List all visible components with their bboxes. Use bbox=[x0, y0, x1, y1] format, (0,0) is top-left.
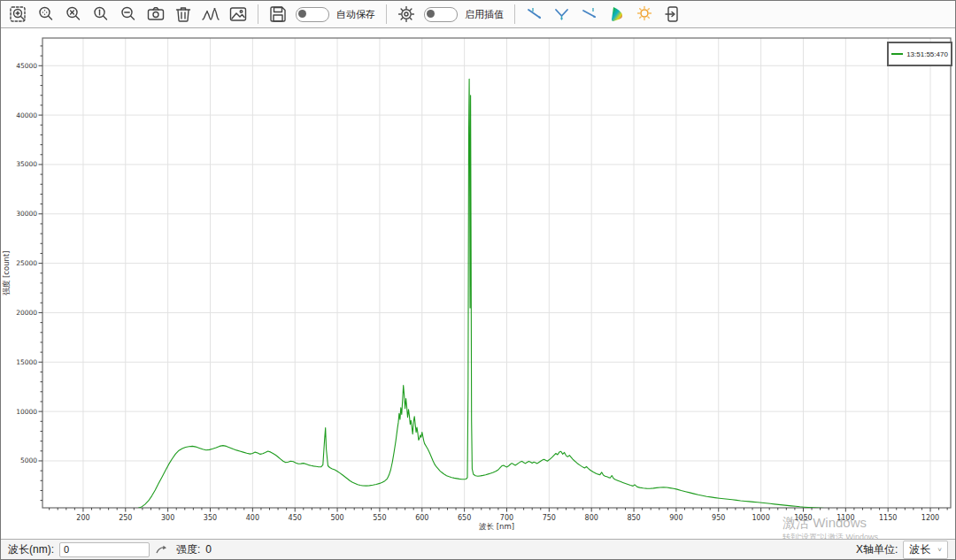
svg-text:20000: 20000 bbox=[16, 309, 37, 317]
baseline-icon bbox=[580, 4, 599, 24]
wavelength-input[interactable] bbox=[59, 542, 150, 557]
intensity-label: 强度: bbox=[176, 542, 200, 557]
legend: 13:51:55:470 bbox=[887, 42, 952, 66]
svg-text:900: 900 bbox=[669, 514, 682, 522]
status-bar: 波长(nm): 强度: 0 X轴单位: 波长 ˅ bbox=[1, 539, 955, 559]
svg-text:300: 300 bbox=[161, 514, 174, 522]
goto-arrow-icon[interactable] bbox=[155, 543, 169, 556]
clear-button[interactable] bbox=[171, 3, 196, 26]
legend-series-swatch bbox=[891, 53, 903, 55]
peaks-icon bbox=[201, 4, 220, 24]
zoom-out-button[interactable] bbox=[116, 3, 141, 26]
trash-icon bbox=[173, 4, 193, 24]
xunit-dropdown[interactable]: 波长 ˅ bbox=[903, 541, 948, 559]
zoom-reset-button[interactable] bbox=[61, 3, 86, 26]
svg-text:800: 800 bbox=[585, 514, 598, 522]
toggle-knob bbox=[298, 10, 306, 18]
autosave-label: 自动保存 bbox=[336, 8, 375, 21]
svg-text:25000: 25000 bbox=[16, 259, 37, 267]
peaks-button[interactable] bbox=[198, 3, 223, 26]
svg-text:600: 600 bbox=[415, 514, 428, 522]
svg-text:5000: 5000 bbox=[20, 456, 37, 464]
exit-button[interactable] bbox=[659, 3, 684, 26]
svg-text:500: 500 bbox=[330, 514, 343, 522]
toolbar-separator bbox=[514, 4, 515, 24]
zoom-reset-icon bbox=[64, 4, 83, 24]
legend-series-label: 13:51:55:470 bbox=[906, 50, 948, 58]
svg-text:1150: 1150 bbox=[879, 514, 897, 522]
autosave-toggle[interactable] bbox=[296, 7, 329, 22]
svg-text:1000: 1000 bbox=[752, 514, 769, 522]
image-icon bbox=[228, 4, 248, 24]
toolbar-separator bbox=[386, 4, 387, 24]
camera-icon bbox=[146, 4, 166, 24]
svg-text:400: 400 bbox=[246, 514, 259, 522]
zoom-vertical-button[interactable] bbox=[89, 3, 113, 26]
pan-button[interactable] bbox=[34, 3, 58, 26]
exit-icon bbox=[662, 4, 682, 24]
toggle-knob bbox=[427, 10, 435, 18]
zoom-vertical-icon bbox=[91, 4, 111, 24]
cie-chromaticity-icon bbox=[607, 4, 627, 24]
svg-text:45000: 45000 bbox=[16, 62, 37, 70]
interpolation-toggle[interactable] bbox=[424, 7, 458, 22]
svg-text:40000: 40000 bbox=[16, 111, 37, 119]
svg-text:1050: 1050 bbox=[794, 514, 812, 522]
export-image-button[interactable] bbox=[226, 3, 251, 26]
cie-chromaticity-button[interactable] bbox=[605, 3, 629, 26]
svg-text:450: 450 bbox=[289, 514, 302, 522]
baseline-button[interactable] bbox=[577, 3, 602, 26]
svg-text:强度 [count]: 强度 [count] bbox=[2, 250, 11, 295]
toolbar: 自动保存 启用插值 bbox=[1, 1, 955, 28]
zoom-select-button[interactable] bbox=[6, 3, 31, 26]
svg-text:700: 700 bbox=[500, 514, 513, 522]
svg-text:1200: 1200 bbox=[921, 514, 939, 522]
subtract-dark-icon bbox=[525, 4, 544, 24]
svg-text:250: 250 bbox=[119, 514, 132, 522]
svg-text:550: 550 bbox=[373, 514, 386, 522]
svg-text:350: 350 bbox=[204, 514, 217, 522]
zoom-out-icon bbox=[119, 4, 138, 24]
svg-text:850: 850 bbox=[627, 514, 640, 522]
reference-spectrum-icon bbox=[552, 4, 572, 24]
reference-spectrum-button[interactable] bbox=[550, 3, 574, 26]
settings-button[interactable] bbox=[394, 3, 419, 26]
svg-text:1100: 1100 bbox=[836, 514, 854, 522]
spectrometer-window: 自动保存 启用插值 bbox=[0, 0, 956, 560]
spectrum-chart[interactable]: 2002503003504004505005506006507007508008… bbox=[1, 1, 956, 560]
chevron-down-icon: ˅ bbox=[937, 546, 942, 554]
svg-text:35000: 35000 bbox=[16, 160, 37, 168]
save-button[interactable] bbox=[266, 3, 290, 26]
svg-text:10000: 10000 bbox=[16, 408, 37, 416]
save-icon bbox=[268, 4, 288, 24]
svg-text:30000: 30000 bbox=[16, 210, 37, 218]
svg-text:波长 [nm]: 波长 [nm] bbox=[479, 522, 514, 531]
svg-text:950: 950 bbox=[712, 514, 725, 522]
camera-button[interactable] bbox=[143, 3, 168, 26]
wavelength-label: 波长(nm): bbox=[8, 542, 54, 557]
svg-text:15000: 15000 bbox=[16, 358, 37, 366]
svg-text:650: 650 bbox=[458, 514, 471, 522]
gear-icon bbox=[397, 4, 416, 24]
interpolation-label: 启用插值 bbox=[465, 8, 504, 21]
subtract-dark-button[interactable] bbox=[522, 3, 547, 26]
light-source-icon bbox=[635, 4, 654, 24]
pan-icon bbox=[36, 4, 56, 24]
svg-text:200: 200 bbox=[76, 514, 89, 522]
xunit-value: 波长 bbox=[909, 542, 930, 557]
svg-text:750: 750 bbox=[543, 514, 556, 522]
light-source-button[interactable] bbox=[632, 3, 657, 26]
zoom-select-icon bbox=[9, 4, 28, 24]
intensity-value: 0 bbox=[205, 543, 212, 556]
xunit-label: X轴单位: bbox=[856, 542, 898, 557]
toolbar-separator bbox=[258, 4, 258, 24]
